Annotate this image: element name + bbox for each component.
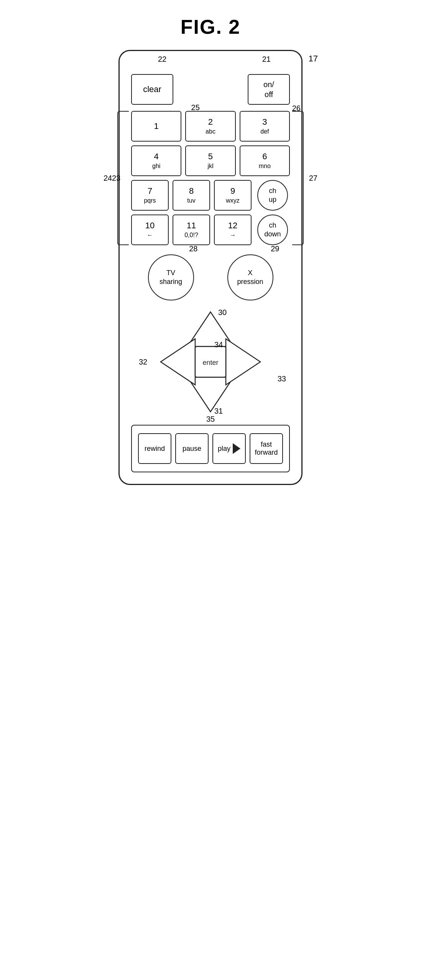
dpad-svg: enter (157, 308, 264, 416)
key-7-button[interactable]: 7 pqrs (131, 180, 169, 211)
page-title: FIG. 2 (181, 15, 240, 38)
dpad-left-button (161, 339, 195, 385)
ch-down-button[interactable]: ch down (257, 214, 288, 245)
ref-23-label: 23 (112, 174, 120, 183)
ref-28-label: 28 (189, 244, 197, 253)
right-bracket-27 (292, 111, 304, 245)
ref-33-label: 33 (278, 375, 286, 383)
clear-button[interactable]: clear (131, 74, 173, 105)
xpression-button[interactable]: X pression (227, 254, 273, 300)
tv-sharing-button[interactable]: TV sharing (148, 254, 194, 300)
key-10-button[interactable]: 10 ← (131, 214, 169, 245)
ref-32-label: 32 (139, 358, 147, 366)
fast-forward-button[interactable]: fast forward (250, 433, 283, 464)
ref-22-label: 22 (158, 55, 166, 64)
ref-24-label: 24 (104, 174, 112, 183)
ref-17-label: 17 (309, 54, 318, 64)
play-triangle-icon (233, 443, 240, 454)
key-12-button[interactable]: 12 → (214, 214, 252, 245)
key-9-button[interactable]: 9 wxyz (214, 180, 252, 211)
ref-21-label: 21 (262, 55, 271, 64)
enter-button (195, 346, 226, 377)
ref-25-label: 25 (191, 103, 200, 112)
ref-35-label: 35 (206, 415, 215, 424)
rewind-button[interactable]: rewind (138, 433, 171, 464)
pause-button[interactable]: pause (175, 433, 209, 464)
key-11-button[interactable]: 11 0,0!? (173, 214, 210, 245)
key-5-button[interactable]: 5 jkl (185, 145, 235, 176)
ref-31-label: 31 (214, 407, 223, 416)
key-3-button[interactable]: 3 def 26 (240, 111, 290, 142)
ref-27-label: 27 (309, 174, 317, 183)
ch-up-button[interactable]: ch up (257, 180, 288, 211)
key-1-button[interactable]: 1 (131, 111, 181, 142)
ref-34-label: 34 (214, 340, 223, 349)
dpad-right-button (226, 339, 260, 385)
key-2-button[interactable]: 2 abc (185, 111, 235, 142)
key-6-button[interactable]: 6 mno (240, 145, 290, 176)
ref-29-label: 29 (271, 244, 279, 253)
play-button[interactable]: play (212, 433, 246, 464)
key-4-button[interactable]: 4 ghi (131, 145, 181, 176)
ref-26-label: 26 (292, 103, 301, 113)
ref-30-label: 30 (218, 308, 227, 317)
key-8-button[interactable]: 8 tuv (173, 180, 210, 211)
onoff-button[interactable]: on/ off (248, 74, 290, 105)
